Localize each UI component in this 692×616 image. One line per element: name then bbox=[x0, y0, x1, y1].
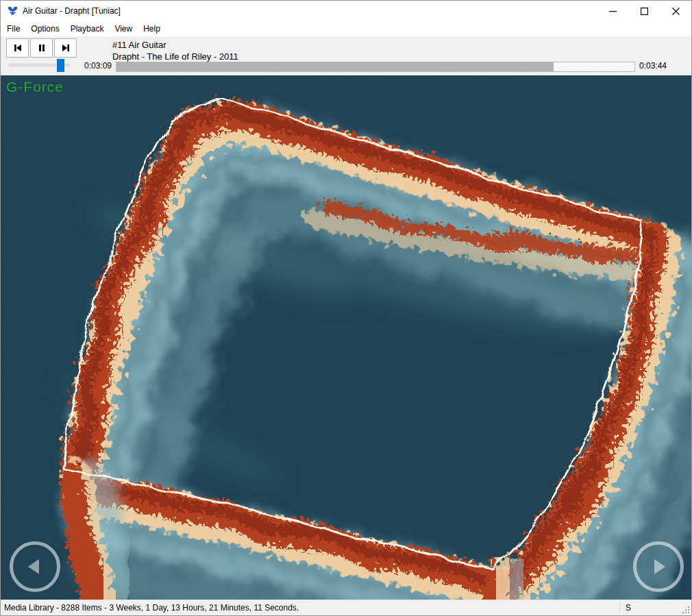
gforce-label: G-Force bbox=[6, 79, 64, 95]
close-icon bbox=[672, 8, 680, 15]
elapsed-time: 0:03:09 bbox=[71, 61, 112, 71]
minimize-icon bbox=[609, 8, 617, 15]
overlay-previous-icon bbox=[25, 556, 45, 577]
track-artist-album: Drapht - The Life of Riley - 2011 bbox=[112, 51, 238, 62]
maximize-icon bbox=[641, 8, 648, 15]
pause-button[interactable] bbox=[30, 38, 53, 58]
menu-view[interactable]: View bbox=[109, 21, 138, 36]
status-separator bbox=[619, 602, 620, 613]
overlay-next-button[interactable] bbox=[633, 541, 684, 592]
seek-bar-fill bbox=[116, 62, 554, 71]
previous-track-icon bbox=[12, 42, 23, 53]
next-track-icon bbox=[60, 42, 71, 53]
menu-options[interactable]: Options bbox=[25, 21, 64, 36]
seek-bar[interactable] bbox=[116, 62, 635, 72]
gforce-scene bbox=[1, 75, 691, 600]
menu-file[interactable]: File bbox=[1, 21, 25, 36]
track-info: #11 Air Guitar Drapht - The Life of Rile… bbox=[112, 39, 238, 62]
status-right-indicator: S bbox=[626, 600, 631, 615]
window-title: Air Guitar - Drapht [Tuniac] bbox=[23, 6, 121, 16]
total-time: 0:03:44 bbox=[639, 61, 667, 71]
tuniac-window: Air Guitar - Drapht [Tuniac] File Option… bbox=[0, 0, 692, 616]
viz-noise-overlay bbox=[1, 75, 691, 600]
next-track-button[interactable] bbox=[54, 38, 77, 58]
volume-thumb[interactable] bbox=[57, 59, 64, 72]
status-bar: Media Library - 8288 Items - 3 Weeks, 1 … bbox=[1, 600, 691, 615]
menu-bar: File Options Playback View Help bbox=[1, 21, 691, 36]
title-bar[interactable]: Air Guitar - Drapht [Tuniac] bbox=[1, 1, 691, 21]
maximize-button[interactable] bbox=[628, 1, 660, 21]
overlay-previous-button[interactable] bbox=[10, 541, 60, 592]
pause-icon bbox=[36, 42, 47, 53]
resize-grip[interactable] bbox=[681, 605, 690, 614]
tuniac-butterfly-icon bbox=[7, 5, 18, 17]
track-title: #11 Air Guitar bbox=[112, 39, 238, 51]
gforce-visualization[interactable]: G-Force bbox=[1, 75, 691, 600]
overlay-next-icon bbox=[648, 556, 669, 577]
media-library-status: Media Library - 8288 Items - 3 Weeks, 1 … bbox=[4, 600, 299, 615]
minimize-button[interactable] bbox=[597, 1, 628, 21]
close-button[interactable] bbox=[660, 1, 691, 21]
menu-playback[interactable]: Playback bbox=[65, 21, 110, 36]
player-toolbar: #11 Air Guitar Drapht - The Life of Rile… bbox=[1, 36, 691, 75]
volume-slider[interactable] bbox=[9, 64, 69, 66]
previous-track-button[interactable] bbox=[6, 38, 29, 58]
menu-help[interactable]: Help bbox=[138, 21, 166, 36]
